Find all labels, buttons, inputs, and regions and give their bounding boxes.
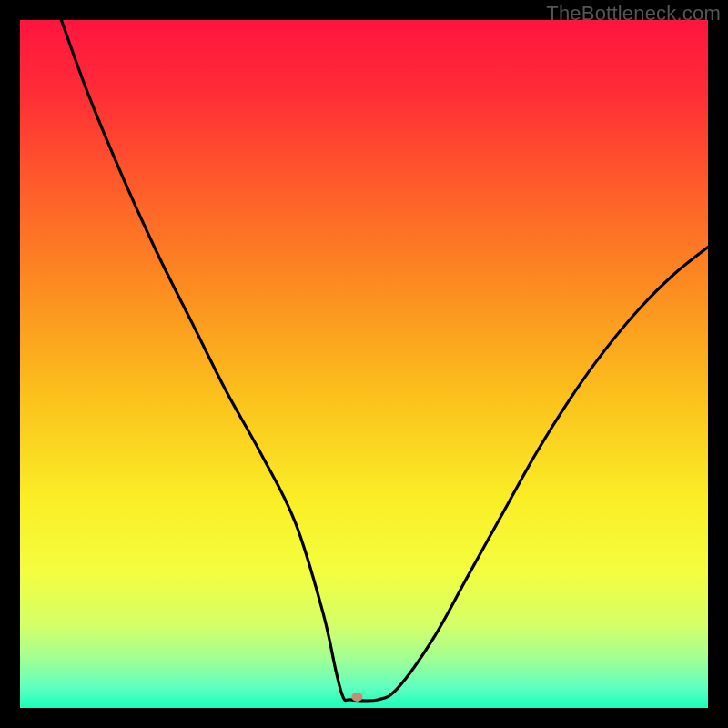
optimum-marker	[351, 693, 362, 702]
chart-container: TheBottleneck.com	[0, 0, 728, 728]
plot-svg	[20, 20, 708, 708]
plot-area	[20, 20, 708, 708]
gradient-background	[20, 20, 708, 708]
